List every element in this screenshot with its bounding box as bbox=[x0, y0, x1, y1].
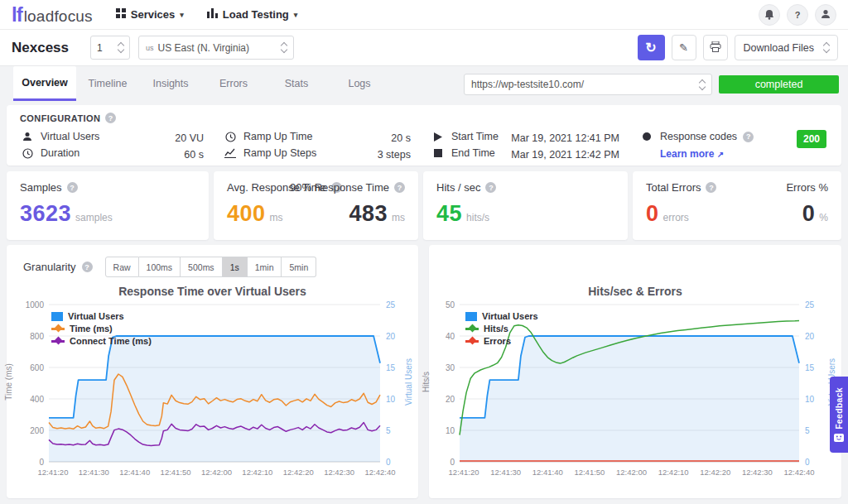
tab-overview[interactable]: Overview bbox=[13, 66, 76, 101]
config-virtual-users-value: 20 VU bbox=[131, 132, 204, 144]
granularity-1s[interactable]: 1s bbox=[223, 257, 248, 277]
download-files-dropdown[interactable]: Download Files bbox=[735, 35, 838, 60]
svg-text:50: 50 bbox=[446, 300, 455, 310]
logo-text: loadfocus bbox=[24, 7, 93, 26]
select-arrows-icon bbox=[824, 43, 829, 52]
load-testing-menu[interactable]: Load Testing ▾ bbox=[207, 8, 297, 21]
printer-icon bbox=[710, 41, 721, 55]
svg-text:800: 800 bbox=[30, 332, 44, 341]
dot-icon bbox=[641, 131, 653, 142]
tab-insights[interactable]: Insights bbox=[139, 66, 202, 101]
chevron-down-icon: ▾ bbox=[180, 11, 184, 19]
feedback-label: Feedback bbox=[834, 387, 844, 430]
svg-text:12:42:20: 12:42:20 bbox=[283, 468, 314, 477]
legend-swatch bbox=[465, 328, 479, 330]
granularity-1min[interactable]: 1min bbox=[248, 257, 282, 277]
svg-text:12:41:20: 12:41:20 bbox=[449, 468, 479, 477]
legend-item: Virtual Users bbox=[465, 311, 538, 321]
top-navigation-bar: lf loadfocus Services ▾ Load Testing ▾ ? bbox=[0, 0, 848, 30]
tab-timeline[interactable]: Timeline bbox=[76, 66, 139, 101]
chart-legend: Virtual UsersTime (ms)Connect Time (ms) bbox=[51, 311, 152, 346]
tabs-list: Overview Timeline Insights Errors Stats … bbox=[13, 66, 391, 101]
p90-response-value: 483 bbox=[349, 201, 388, 227]
help-icon[interactable]: ? bbox=[394, 182, 405, 193]
errors-pct-unit: % bbox=[819, 212, 828, 223]
tab-errors[interactable]: Errors bbox=[202, 66, 265, 101]
svg-text:600: 600 bbox=[30, 363, 44, 372]
config-response-codes: Response codes ? bbox=[641, 131, 754, 142]
user-icon bbox=[22, 131, 33, 142]
legend-label: Time (ms) bbox=[70, 324, 113, 334]
help-icon[interactable]: ? bbox=[82, 262, 93, 272]
account-button[interactable] bbox=[815, 4, 836, 26]
stepper-arrows-icon[interactable] bbox=[118, 43, 123, 52]
play-icon bbox=[432, 131, 444, 142]
svg-text:5: 5 bbox=[805, 426, 810, 435]
help-icon[interactable]: ? bbox=[485, 182, 496, 193]
svg-text:12:42:00: 12:42:00 bbox=[616, 468, 647, 477]
user-icon bbox=[821, 9, 831, 21]
chart-title: Response Time over Virtual Users bbox=[7, 285, 418, 298]
clock-icon bbox=[22, 147, 33, 159]
svg-text:12:41:40: 12:41:40 bbox=[532, 468, 563, 477]
region-flag: us bbox=[146, 44, 154, 52]
help-icon[interactable]: ? bbox=[706, 182, 716, 193]
granularity-5min[interactable]: 5min bbox=[282, 257, 316, 277]
bell-icon bbox=[764, 9, 774, 22]
edit-test-button[interactable]: ✎ bbox=[672, 35, 696, 60]
help-icon[interactable]: ? bbox=[743, 132, 754, 142]
legend-swatch bbox=[465, 340, 479, 343]
feedback-button[interactable]: Feedback bbox=[830, 377, 848, 453]
svg-text:12:42:30: 12:42:30 bbox=[324, 468, 354, 477]
svg-text:40: 40 bbox=[446, 332, 455, 341]
region-select[interactable]: us US East (N. Virginia) bbox=[138, 36, 294, 60]
test-toolbar: Nexcess 1 us US East (N. Virginia) ↻ ✎ D… bbox=[0, 30, 848, 66]
legend-swatch bbox=[51, 340, 65, 343]
p90-response-unit: ms bbox=[392, 212, 405, 223]
run-number-stepper[interactable]: 1 bbox=[90, 36, 130, 60]
samples-label: Samples bbox=[20, 181, 62, 194]
granularity-100ms[interactable]: 100ms bbox=[139, 257, 181, 277]
avg-response-unit: ms bbox=[270, 212, 283, 223]
response-code-badge: 200 bbox=[797, 130, 826, 148]
config-start-time-value: Mar 19, 2021 12:41 PM bbox=[487, 132, 619, 144]
results-tabs-bar: Overview Timeline Insights Errors Stats … bbox=[0, 66, 848, 101]
test-url-select[interactable]: https://wp-testsite10.com/ bbox=[464, 74, 712, 95]
granularity-raw[interactable]: Raw bbox=[105, 257, 139, 277]
svg-text:12:41:30: 12:41:30 bbox=[79, 468, 109, 477]
services-menu[interactable]: Services ▾ bbox=[116, 8, 184, 21]
granularity-500ms[interactable]: 500ms bbox=[181, 257, 223, 277]
region-select-value: US East (N. Virginia) bbox=[158, 42, 249, 54]
test-url-value: https://wp-testsite10.com/ bbox=[471, 79, 584, 90]
help-button[interactable]: ? bbox=[787, 4, 808, 26]
print-button[interactable] bbox=[703, 35, 728, 60]
svg-text:0: 0 bbox=[39, 458, 44, 467]
svg-text:0: 0 bbox=[386, 458, 391, 467]
select-arrows-icon bbox=[282, 43, 287, 52]
services-menu-label: Services bbox=[131, 8, 176, 21]
test-status-badge: completed bbox=[719, 75, 839, 94]
legend-item: Virtual Users bbox=[51, 311, 152, 321]
legend-label: Connect Time (ms) bbox=[70, 336, 152, 346]
svg-text:200: 200 bbox=[30, 426, 44, 435]
svg-text:15: 15 bbox=[386, 363, 396, 372]
response-time-chart-card: Granularity ? Raw 100ms 500ms 1s 1min 5m… bbox=[7, 245, 418, 498]
legend-item: Hits/s bbox=[465, 324, 538, 334]
errors-card: Total Errors? Errors % 0errors 0% bbox=[633, 171, 841, 240]
loadfocus-logo[interactable]: lf loadfocus bbox=[12, 3, 93, 26]
learn-more-link[interactable]: Learn more ↗ bbox=[660, 148, 724, 160]
svg-text:12:42:00: 12:42:00 bbox=[201, 468, 232, 477]
svg-text:12:42:10: 12:42:10 bbox=[658, 468, 689, 477]
svg-text:12:42:20: 12:42:20 bbox=[700, 468, 730, 477]
help-icon[interactable]: ? bbox=[67, 182, 78, 193]
svg-text:12:41:50: 12:41:50 bbox=[161, 468, 191, 477]
help-icon[interactable]: ? bbox=[105, 113, 116, 123]
svg-text:10: 10 bbox=[446, 426, 455, 435]
notifications-button[interactable] bbox=[759, 4, 780, 26]
svg-text:15: 15 bbox=[805, 363, 815, 372]
tab-logs[interactable]: Logs bbox=[328, 66, 391, 101]
question-icon: ? bbox=[795, 10, 801, 20]
rerun-test-button[interactable]: ↻ bbox=[638, 35, 665, 60]
hits-errors-chart-card: Hits/sec & Errors 0102030405005101520251… bbox=[429, 245, 841, 498]
tab-stats[interactable]: Stats bbox=[265, 66, 328, 101]
